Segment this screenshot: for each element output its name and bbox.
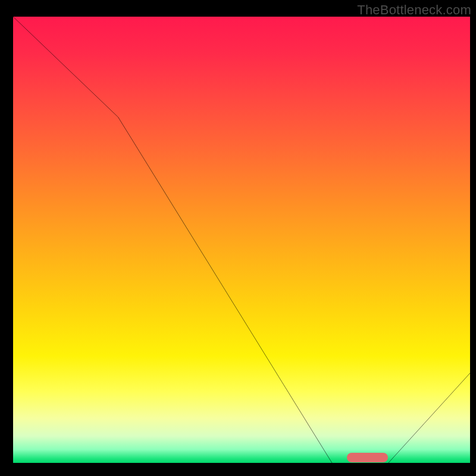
plot-area [13,17,470,463]
watermark-label: TheBottleneck.com [357,2,471,18]
chart-container: TheBottleneck.com [0,0,476,476]
bottleneck-curve [13,17,470,474]
optimal-range-marker [347,453,388,462]
